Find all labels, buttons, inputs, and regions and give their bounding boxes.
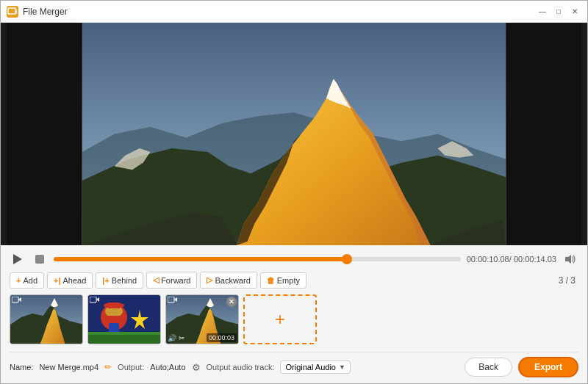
svg-rect-2 — [506, 23, 581, 245]
thumbnail-1[interactable] — [10, 294, 83, 344]
thumbnail-3[interactable]: 00:00:03 🔊 ✂ ✕ — [165, 294, 239, 344]
time-current: 00:00:10.08 — [467, 255, 509, 264]
forward-icon: ◁ — [153, 275, 159, 285]
svg-rect-0 — [8, 8, 15, 14]
add-icon: + — [16, 276, 21, 285]
svg-rect-30 — [88, 333, 161, 344]
timeline-row: 00:00:03 🔊 ✂ ✕ + — [10, 294, 578, 346]
output-value: Auto;Auto — [150, 363, 185, 372]
thumb-3-video-icon — [168, 297, 178, 305]
svg-rect-38 — [168, 297, 174, 303]
minimize-button[interactable]: — — [536, 7, 549, 17]
behind-icon: |+ — [102, 276, 110, 285]
add-button[interactable]: + Add — [10, 272, 44, 289]
titlebar: File Merger — □ ✕ — [1, 1, 587, 23]
svg-rect-27 — [107, 303, 121, 308]
backward-button[interactable]: ▷ Backward — [200, 272, 257, 289]
volume-button[interactable] — [562, 251, 578, 267]
add-media-icon: + — [275, 309, 285, 330]
empty-button[interactable]: 🗑 Empty — [260, 272, 306, 289]
ahead-icon: +| — [54, 276, 61, 285]
svg-marker-14 — [565, 255, 571, 264]
behind-label: Behind — [112, 276, 137, 285]
toolbar-row: + Add +| Ahead |+ Behind ◁ Forward ▷ Bac… — [10, 272, 578, 289]
progress-fill — [54, 257, 347, 261]
add-media-button[interactable]: + — [243, 294, 317, 344]
audio-track-chevron: ▼ — [339, 363, 345, 371]
ahead-label: Ahead — [63, 276, 87, 285]
svg-rect-19 — [12, 297, 18, 303]
window-controls: — □ ✕ — [536, 7, 581, 17]
thumb-3-time-overlay: 00:00:03 — [207, 333, 237, 342]
output-settings-button[interactable]: ⚙ — [192, 362, 201, 373]
time-total: 00:00:14.03 — [514, 255, 556, 264]
trash-icon: 🗑 — [267, 276, 275, 285]
thumbnail-2[interactable] — [87, 294, 161, 344]
track-count: 3 / 3 — [559, 275, 578, 286]
window-title: File Merger — [23, 7, 536, 17]
thumb-3-cut-icon: ✂ — [179, 334, 184, 342]
backward-label: Backward — [215, 276, 250, 285]
video-preview-area — [1, 23, 587, 245]
name-label: Name: — [10, 363, 33, 372]
time-display: 00:00:10.08/ 00:00:14.03 — [467, 255, 556, 264]
close-button[interactable]: ✕ — [568, 7, 581, 17]
svg-marker-20 — [18, 297, 21, 302]
audio-track-label: Output audio track: — [207, 363, 275, 372]
play-icon — [13, 254, 22, 264]
audio-track-select[interactable]: Original Audio ▼ — [280, 361, 350, 374]
stop-button[interactable] — [32, 251, 48, 267]
progress-bar[interactable] — [54, 257, 461, 261]
svg-rect-31 — [88, 332, 161, 335]
maximize-button[interactable]: □ — [552, 7, 565, 17]
forward-button[interactable]: ◁ Forward — [146, 272, 197, 289]
export-button[interactable]: Export — [518, 357, 578, 377]
svg-marker-33 — [96, 297, 99, 302]
video-frame — [1, 23, 587, 245]
behind-button[interactable]: |+ Behind — [96, 272, 143, 289]
play-button[interactable] — [10, 251, 26, 267]
forward-label: Forward — [161, 276, 190, 285]
svg-rect-1 — [7, 23, 82, 245]
thumb-2-video-icon — [90, 297, 100, 305]
svg-marker-39 — [174, 297, 177, 302]
footer-row: Name: New Merge.mp4 ✏ Output: Auto;Auto … — [10, 352, 578, 383]
stop-icon — [35, 255, 44, 264]
ahead-button[interactable]: +| Ahead — [47, 272, 93, 289]
thumb-3-audio-icon: 🔊 — [168, 334, 176, 342]
back-button[interactable]: Back — [465, 358, 512, 377]
svg-rect-32 — [90, 297, 96, 303]
file-name: New Merge.mp4 — [39, 363, 98, 372]
audio-track-value: Original Audio — [285, 363, 336, 372]
progress-thumb[interactable] — [342, 254, 352, 264]
thumb-3-bottom-icons: 🔊 ✂ — [168, 334, 184, 342]
empty-label: Empty — [277, 276, 300, 285]
output-label: Output: — [118, 363, 144, 372]
app-icon — [7, 6, 18, 18]
volume-icon — [564, 254, 576, 264]
thumb-3-remove-button[interactable]: ✕ — [226, 297, 237, 307]
thumb-1-video-icon — [12, 297, 22, 305]
edit-name-button[interactable]: ✏ — [104, 362, 112, 372]
app-window: File Merger — □ ✕ — [0, 0, 588, 384]
backward-icon: ▷ — [207, 275, 212, 285]
add-label: Add — [23, 276, 37, 285]
controls-area: 00:00:10.08/ 00:00:14.03 + Add +| Ahead — [1, 245, 587, 383]
playback-row: 00:00:10.08/ 00:00:14.03 — [10, 251, 578, 267]
